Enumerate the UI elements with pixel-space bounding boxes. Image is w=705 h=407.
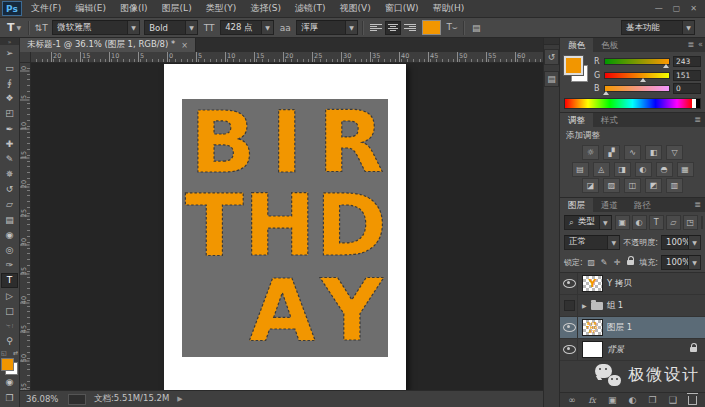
visibility-toggle[interactable] bbox=[562, 273, 578, 294]
eyedropper-tool[interactable]: ✒ bbox=[1, 121, 18, 136]
canvas-document[interactable]: BIR THD AY bbox=[164, 64, 406, 390]
blend-mode-select[interactable]: 正常 ▼ bbox=[564, 235, 620, 250]
menu-item-2[interactable]: 图像(I) bbox=[113, 0, 155, 17]
warp-text-icon[interactable]: T⌣ bbox=[445, 21, 459, 35]
quick-mask-icon[interactable]: ◉ bbox=[1, 375, 18, 390]
layer-name[interactable]: Y 拷贝 bbox=[607, 278, 632, 290]
maximize-button[interactable]: ▢ bbox=[673, 4, 681, 13]
invert-icon[interactable]: ◪ bbox=[582, 178, 599, 193]
filter-smart-objects-icon[interactable]: ◳ bbox=[683, 215, 698, 230]
menu-item-7[interactable]: 视图(V) bbox=[332, 0, 377, 17]
foreground-color-swatch[interactable] bbox=[564, 56, 583, 75]
document-tab[interactable]: 未标题-1 @ 36.1% (图层 1, RGB/8) * × bbox=[20, 38, 196, 52]
tab-样式[interactable]: 样式 bbox=[593, 113, 626, 127]
channel-value[interactable]: 0 bbox=[673, 83, 701, 94]
foreground-color-swatch[interactable] bbox=[1, 358, 14, 371]
layer-name[interactable]: 图层 1 bbox=[607, 322, 632, 334]
healing-brush-tool[interactable]: ✚ bbox=[1, 136, 18, 151]
path-selection-tool[interactable]: ▷ bbox=[1, 288, 18, 303]
layer-thumbnail[interactable]: BIRTHDAY bbox=[582, 319, 603, 336]
tab-颜色[interactable]: 颜色 bbox=[560, 38, 593, 52]
type-tool[interactable]: T bbox=[1, 273, 18, 288]
slider-handle[interactable] bbox=[640, 78, 646, 82]
channel-slider[interactable] bbox=[604, 85, 670, 92]
menu-item-9[interactable]: 帮助(H) bbox=[426, 0, 472, 17]
collapse-dock-icon[interactable]: « bbox=[698, 38, 705, 52]
layer-row-1[interactable]: ▶组 1 bbox=[560, 295, 705, 317]
text-orientation-icon[interactable]: ⇅T bbox=[34, 21, 48, 35]
filter-toggle-switch[interactable] bbox=[701, 216, 703, 229]
history-brush-tool[interactable]: ↺ bbox=[1, 182, 18, 197]
menu-item-3[interactable]: 图层(L) bbox=[155, 0, 199, 17]
delete-layer-icon[interactable] bbox=[688, 394, 698, 406]
shape-tool[interactable]: □ bbox=[1, 303, 18, 318]
layer-style-icon[interactable]: fx bbox=[587, 394, 597, 406]
close-tab-icon[interactable]: × bbox=[181, 41, 188, 50]
menu-item-6[interactable]: 滤镜(T) bbox=[288, 0, 333, 17]
exposure-icon[interactable]: ◧ bbox=[645, 145, 662, 160]
filter-adjustment-layers-icon[interactable]: ◐ bbox=[632, 215, 647, 230]
opacity-select[interactable]: 100% ▼ bbox=[661, 235, 701, 250]
tab-图层[interactable]: 图层 bbox=[560, 198, 593, 212]
filter-pixel-layers-icon[interactable]: ▣ bbox=[615, 215, 630, 230]
align-right-icon[interactable] bbox=[402, 21, 418, 35]
slider-handle[interactable] bbox=[663, 64, 669, 68]
properties-panel-icon[interactable]: ▤ bbox=[544, 71, 559, 87]
menu-item-4[interactable]: 类型(Y) bbox=[199, 0, 244, 17]
menu-item-0[interactable]: 文件(F) bbox=[24, 0, 68, 17]
photo-filter-icon[interactable]: ◐ bbox=[635, 162, 652, 177]
layer-row-0[interactable]: YY 拷贝 bbox=[560, 273, 705, 295]
anti-alias-select[interactable]: 浑厚 ▼ bbox=[296, 20, 358, 35]
lock-position-icon[interactable]: ✛ bbox=[612, 257, 623, 268]
toggle-panels-icon[interactable]: ▤ bbox=[469, 21, 483, 35]
default-colors-icon[interactable]: ◱ bbox=[1, 349, 7, 356]
link-layers-icon[interactable]: ∞ bbox=[567, 394, 577, 406]
layer-thumbnail[interactable] bbox=[582, 341, 603, 358]
swap-colors-icon[interactable]: ⇄ bbox=[13, 349, 18, 356]
channel-value[interactable]: 243 bbox=[673, 56, 701, 67]
visibility-toggle[interactable] bbox=[562, 339, 578, 360]
font-style-select[interactable]: Bold ▼ bbox=[144, 20, 198, 35]
layer-name[interactable]: 背景 bbox=[607, 344, 624, 356]
font-size-select[interactable]: 428 点 ▼ bbox=[220, 20, 274, 35]
zoom-level-field[interactable]: 36.08% bbox=[26, 394, 60, 404]
panel-menu-icon[interactable]: ≣ bbox=[687, 38, 698, 52]
hand-tool[interactable]: ☜ bbox=[1, 318, 18, 333]
close-button[interactable]: ✕ bbox=[690, 4, 697, 13]
color-balance-icon[interactable]: ◬ bbox=[593, 162, 610, 177]
vibrance-icon[interactable]: ▽ bbox=[666, 145, 683, 160]
layer-thumbnail[interactable]: Y bbox=[582, 275, 603, 292]
threshold-icon[interactable]: ◫ bbox=[624, 178, 641, 193]
font-family-select[interactable]: 微软雅黑 ▼ bbox=[52, 20, 140, 35]
workspace-select[interactable]: 基本功能 ▼ bbox=[621, 20, 695, 35]
text-color-swatch[interactable] bbox=[422, 20, 441, 35]
vertical-ruler[interactable]: 0510152025303540455055 bbox=[20, 62, 31, 390]
fill-select[interactable]: 100% ▼ bbox=[661, 255, 701, 270]
gradient-tool[interactable]: ▤ bbox=[1, 212, 18, 227]
posterize-icon[interactable]: ▨ bbox=[603, 178, 620, 193]
panel-menu-icon[interactable]: ≣ bbox=[694, 113, 705, 127]
expand-triangle-icon[interactable]: ▶ bbox=[582, 302, 587, 309]
menu-item-8[interactable]: 窗口(W) bbox=[378, 0, 426, 17]
levels-icon[interactable]: ▞ bbox=[603, 145, 620, 160]
pen-tool[interactable]: ✑ bbox=[1, 258, 18, 273]
dodge-tool[interactable]: ◎ bbox=[1, 242, 18, 257]
lock-all-icon[interactable] bbox=[625, 257, 636, 268]
blur-tool[interactable]: ◉ bbox=[1, 227, 18, 242]
gradient-map-icon[interactable]: ▥ bbox=[666, 178, 683, 193]
eraser-tool[interactable]: ▱ bbox=[1, 197, 18, 212]
lock-transparency-icon[interactable]: ▨ bbox=[586, 257, 597, 268]
toolbar-collapse-icon[interactable]: » bbox=[0, 38, 19, 45]
channel-mixer-icon[interactable]: ◓ bbox=[656, 162, 673, 177]
selective-color-icon[interactable]: ◩ bbox=[645, 178, 662, 193]
add-layer-mask-icon[interactable]: ▣ bbox=[607, 394, 617, 406]
tool-preset-picker[interactable]: T ▼ bbox=[4, 21, 24, 35]
layer-row-3[interactable]: 背景 bbox=[560, 339, 705, 361]
move-tool[interactable]: ➢ bbox=[1, 45, 18, 60]
visibility-toggle[interactable] bbox=[562, 317, 578, 338]
filter-shape-layers-icon[interactable]: ▱ bbox=[666, 215, 681, 230]
history-panel-icon[interactable]: ↺ bbox=[544, 49, 559, 65]
marquee-tool[interactable]: ▭ bbox=[1, 60, 18, 75]
slider-handle[interactable] bbox=[603, 91, 609, 95]
lasso-tool[interactable]: ∮ bbox=[1, 75, 18, 90]
